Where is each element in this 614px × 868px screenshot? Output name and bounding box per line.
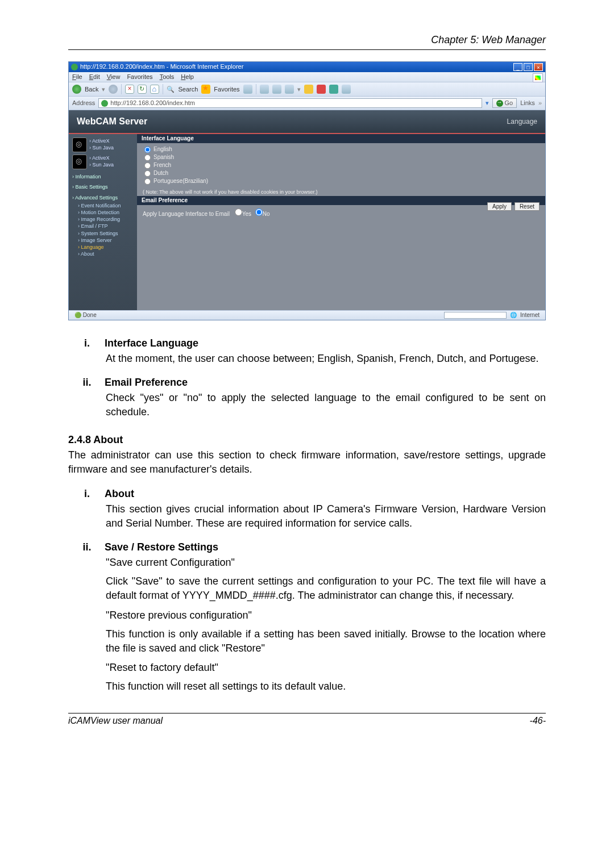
- radio-yes[interactable]: Yes: [235, 211, 251, 217]
- banner-right: Language: [507, 118, 537, 126]
- quote-reset-factory: "Reset to factory default": [106, 661, 546, 675]
- sidebar-item-image-server[interactable]: Image Server: [78, 237, 134, 244]
- globe-icon: 🌐: [510, 312, 517, 319]
- tool-icon[interactable]: [317, 85, 326, 94]
- home-icon[interactable]: [150, 85, 159, 94]
- address-input[interactable]: http://192.168.0.200/index.htm: [98, 98, 482, 108]
- minimize-button[interactable]: _: [513, 63, 522, 71]
- chapter-header: Chapter 5: Web Manager: [68, 34, 546, 46]
- forward-icon[interactable]: [109, 85, 118, 94]
- print-icon[interactable]: [272, 85, 281, 94]
- search-button[interactable]: Search: [178, 86, 198, 93]
- status-bar: 🟢 Done 🌐 Internet: [69, 310, 545, 320]
- menu-edit[interactable]: Edit: [89, 73, 100, 81]
- window-titlebar: http://192.168.0.200/index.htm - Microso…: [69, 62, 545, 72]
- address-bar: Address http://192.168.0.200/index.htm ▾…: [69, 97, 545, 110]
- refresh-icon[interactable]: [138, 85, 147, 94]
- sidebar-item-motion[interactable]: Motion Detection: [78, 209, 134, 216]
- favorites-button[interactable]: Favorites: [214, 86, 239, 93]
- sidebar-item-image-recording[interactable]: Image Recording: [78, 216, 134, 223]
- webcam-banner: WebCAM Server Language: [69, 110, 545, 132]
- address-dropdown-icon[interactable]: ▾: [486, 99, 489, 107]
- toolbar: Back ▾ 🔍 Search Favorites ▾: [69, 82, 545, 97]
- radio-spanish[interactable]: Spanish: [144, 154, 538, 161]
- footer-right: -46-: [530, 716, 546, 726]
- roman-i: i.: [80, 337, 94, 349]
- go-button[interactable]: Go: [492, 98, 517, 108]
- status-done: Done: [83, 312, 97, 318]
- address-url: http://192.168.0.200/index.htm: [110, 99, 195, 107]
- radio-no[interactable]: No: [255, 211, 270, 217]
- cookies-note: ( Note: The above will not work if you h…: [137, 188, 545, 197]
- sidebar-item-about[interactable]: About: [78, 251, 134, 257]
- radio-dutch[interactable]: Dutch: [144, 170, 538, 177]
- heading-248-about: 2.4.8 About: [68, 434, 546, 446]
- body-email-preference: Check "yes" or "no" to apply the selecte…: [106, 391, 546, 419]
- folder-icon[interactable]: [304, 85, 313, 94]
- close-button[interactable]: ×: [534, 63, 543, 71]
- back-button[interactable]: Back: [85, 86, 98, 93]
- stop-icon[interactable]: [125, 85, 134, 94]
- email-preference-row: Apply Language Interface to Email Yes No: [137, 205, 545, 221]
- menu-help[interactable]: Help: [181, 73, 194, 81]
- cam-a-activex[interactable]: › ActiveX: [89, 138, 114, 145]
- sidebar-item-system[interactable]: System Settings: [78, 230, 134, 237]
- cam-b-activex[interactable]: › ActiveX: [89, 155, 114, 162]
- extra-icon[interactable]: [342, 85, 351, 94]
- maximize-button[interactable]: □: [524, 63, 533, 71]
- progress-meter: [444, 312, 507, 319]
- page-icon: [101, 100, 108, 107]
- menubar: File Edit View Favorites Tools Help: [69, 72, 545, 82]
- heading-interface-language: Interface Language: [105, 337, 198, 349]
- camera-b-icon[interactable]: [72, 155, 87, 169]
- heading-save-restore: Save / Restore Settings: [105, 541, 218, 553]
- camera-a-icon[interactable]: [72, 137, 87, 152]
- sidebar-basic-settings[interactable]: Basic Settings: [72, 184, 134, 190]
- menu-file[interactable]: File: [72, 73, 82, 81]
- messenger-icon[interactable]: [329, 85, 338, 94]
- roman-ii: ii.: [80, 377, 94, 389]
- radio-english[interactable]: English: [144, 146, 538, 153]
- roman-ii-about: ii.: [80, 541, 94, 553]
- body-restore-previous: This function is only available if a set…: [106, 627, 546, 656]
- roman-i-about: i.: [80, 488, 94, 500]
- cam-b-sunjava[interactable]: › Sun Java: [89, 162, 114, 169]
- go-arrow-icon: [496, 100, 503, 107]
- body-save-current: Click "Save" to save the current setting…: [106, 574, 546, 603]
- para-248-about: The administrator can use this section t…: [68, 448, 546, 477]
- sidebar-item-email[interactable]: Email / FTP: [78, 223, 134, 229]
- radio-portuguese[interactable]: Portuguese(Brazilian): [144, 178, 538, 185]
- quote-restore-previous: "Restore previous configuration": [106, 608, 546, 623]
- sidebar-information[interactable]: Information: [72, 174, 134, 180]
- browser-screenshot: http://192.168.0.200/index.htm - Microso…: [68, 61, 546, 320]
- window-title: http://192.168.0.200/index.htm - Microso…: [80, 63, 243, 70]
- footer-left: iCAMView user manual: [68, 716, 163, 726]
- history-icon[interactable]: [243, 85, 252, 94]
- apply-button[interactable]: Apply: [487, 202, 512, 211]
- body-interface-language: At the moment, the user can choose betwe…: [106, 352, 546, 366]
- menu-tools[interactable]: Tools: [160, 73, 175, 81]
- language-radio-group: English Spanish French Dutch Portuguese(…: [137, 143, 545, 188]
- sidebar-item-language[interactable]: Language: [78, 244, 134, 251]
- section-interface-language: Interface Language: [137, 134, 545, 143]
- back-icon[interactable]: [72, 85, 81, 94]
- menu-favorites[interactable]: Favorites: [127, 73, 152, 81]
- cam-a-sunjava[interactable]: › Sun Java: [89, 145, 114, 152]
- menu-view[interactable]: View: [107, 73, 121, 81]
- heading-email-preference: Email Preference: [105, 377, 188, 389]
- sidebar: › ActiveX › Sun Java › ActiveX › Sun Jav…: [69, 134, 137, 310]
- reset-button[interactable]: Reset: [515, 202, 540, 211]
- ie-icon: [71, 64, 78, 70]
- radio-french[interactable]: French: [144, 162, 538, 169]
- quote-save-current: "Save current Configuration": [106, 556, 546, 570]
- heading-about: About: [105, 488, 134, 500]
- sidebar-advanced-settings[interactable]: Advanced Settings: [72, 195, 134, 201]
- edit-icon[interactable]: [285, 85, 294, 94]
- mail-icon[interactable]: [260, 85, 269, 94]
- links-label[interactable]: Links: [520, 99, 535, 107]
- main-pane: Interface Language English Spanish Frenc…: [137, 134, 545, 310]
- webcam-title: WebCAM Server: [77, 116, 147, 127]
- address-label: Address: [72, 99, 95, 107]
- sidebar-item-event[interactable]: Event Notification: [78, 202, 134, 209]
- favorites-star-icon[interactable]: [201, 85, 210, 94]
